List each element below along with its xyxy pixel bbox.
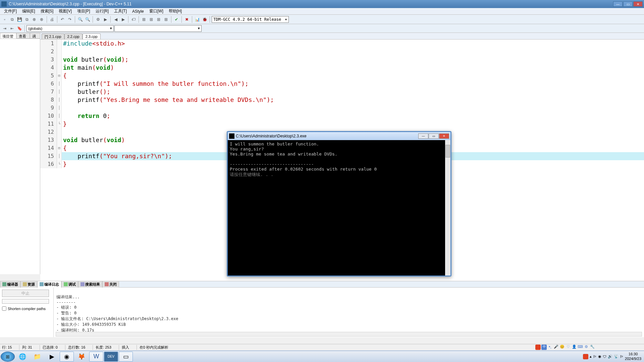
- grid3-icon[interactable]: ⊞: [155, 16, 162, 23]
- tray-punct-icon[interactable]: •,: [547, 345, 553, 350]
- fold-collapse-icon[interactable]: ⊟: [57, 144, 62, 152]
- menu-file[interactable]: 文件[F]: [1, 8, 19, 15]
- tray-volume-icon[interactable]: 🔊: [608, 354, 612, 359]
- new-icon[interactable]: ▫: [1, 16, 8, 23]
- tab-debug[interactable]: 调试: [61, 281, 78, 288]
- menu-astyle[interactable]: AStyle: [129, 8, 147, 14]
- tray-network-icon[interactable]: 📡: [614, 354, 619, 359]
- menu-window[interactable]: 窗口[W]: [147, 8, 166, 15]
- tray-mic-icon[interactable]: 🎤: [553, 345, 559, 350]
- menu-run[interactable]: 运行[R]: [93, 8, 111, 15]
- tray-heart-icon[interactable]: ♡: [566, 345, 571, 350]
- menu-help[interactable]: 帮助[H]: [166, 8, 184, 15]
- tray-user-icon[interactable]: 👤: [572, 345, 577, 350]
- close-button[interactable]: ✕: [633, 1, 643, 7]
- abort-button[interactable]: 中止: [2, 290, 49, 297]
- forward-icon[interactable]: ▶: [120, 16, 126, 23]
- line-number: 9: [40, 104, 57, 112]
- check-icon[interactable]: ✔: [173, 16, 180, 23]
- symbol-select[interactable]: [114, 25, 202, 32]
- close-file-icon[interactable]: ⊗: [31, 16, 38, 23]
- tab-close[interactable]: 关闭: [102, 281, 119, 288]
- scrollbar-thumb[interactable]: [445, 145, 450, 158]
- compile-sep: --------: [56, 300, 76, 305]
- replace-icon[interactable]: 🔍: [84, 16, 91, 23]
- shorten-paths-checkbox[interactable]: [2, 306, 6, 311]
- grid1-icon[interactable]: ⊞: [141, 16, 147, 23]
- tab-search-results-label: 搜索结果: [85, 282, 100, 287]
- tab-file-22[interactable]: 2.2.cpp: [64, 34, 83, 39]
- console-scrollbar[interactable]: [445, 140, 450, 276]
- open-icon[interactable]: ⧉: [9, 16, 15, 23]
- horizontal-scrollbar[interactable]: [56, 332, 642, 337]
- saveall-icon[interactable]: ⧉: [23, 16, 30, 23]
- tray-lang-icon[interactable]: 中: [541, 345, 547, 350]
- grid2-icon[interactable]: ⊞: [148, 16, 155, 23]
- tray-flag2-icon[interactable]: 🏳: [620, 355, 624, 359]
- compile-icon[interactable]: ⚙: [95, 16, 101, 23]
- tray-sogou-icon[interactable]: [583, 354, 588, 359]
- tray-emoji-icon[interactable]: 😊: [559, 345, 565, 350]
- grid4-icon[interactable]: ⊞: [163, 16, 169, 23]
- tray-chrome-icon[interactable]: ◉: [598, 354, 601, 359]
- tab-project-mgmt[interactable]: 项目管理: [0, 33, 16, 39]
- compiler-select[interactable]: TDM-GCC 4.9.2 64-bit Release: [212, 16, 289, 23]
- tray-up-icon[interactable]: ▴: [590, 354, 592, 359]
- taskbar-devcpp-icon[interactable]: DEV: [104, 352, 118, 362]
- taskbar-firefox-icon[interactable]: 🦊: [74, 352, 89, 362]
- profile-icon[interactable]: 📊: [194, 16, 201, 23]
- menu-project[interactable]: 项目[P]: [74, 8, 93, 15]
- console-minimize-button[interactable]: —: [418, 133, 428, 139]
- maximize-button[interactable]: ▭: [623, 1, 633, 7]
- taskbar-clock[interactable]: 16:30 2024/9/23: [625, 352, 641, 361]
- console-close-button[interactable]: ✕: [439, 133, 449, 139]
- taskbar-chrome-icon[interactable]: ◉: [60, 352, 74, 362]
- status-row: 行: 15: [2, 345, 12, 350]
- ime-icon[interactable]: [535, 345, 541, 350]
- goto1-icon[interactable]: ⇥: [1, 25, 8, 32]
- print-icon[interactable]: 🖨: [49, 16, 55, 23]
- tab-debug[interactable]: 调试: [30, 33, 40, 39]
- menu-view[interactable]: 视图[V]: [56, 8, 74, 15]
- tray-flag-icon[interactable]: 🏳: [593, 355, 597, 359]
- tray-wrench-icon[interactable]: 🔧: [590, 345, 595, 350]
- menu-edit[interactable]: 编辑[E]: [19, 8, 38, 15]
- console-title-bar[interactable]: C:\Users\Administrator\Desktop\2.3.exe —…: [228, 132, 450, 140]
- tab-file-21[interactable]: [*] 2.1.cpp: [42, 34, 64, 39]
- tab-resource[interactable]: 资源: [20, 281, 37, 288]
- minimize-button[interactable]: —: [613, 1, 623, 7]
- bookmark-icon[interactable]: 🏷: [130, 16, 137, 23]
- console-output[interactable]: I will summon the butler function. You r…: [228, 140, 450, 276]
- taskbar-ie-icon[interactable]: 🌐: [15, 352, 30, 362]
- tab-search-results[interactable]: 搜索结果: [78, 281, 102, 288]
- menu-tools[interactable]: 工具[T]: [111, 8, 129, 15]
- console-window: C:\Users\Administrator\Desktop\2.3.exe —…: [227, 131, 451, 277]
- tab-view-class[interactable]: 查看类: [16, 33, 30, 39]
- save-icon[interactable]: 💾: [16, 16, 23, 23]
- bookmark2-icon[interactable]: 🔖: [16, 25, 23, 32]
- tab-compiler[interactable]: 编译器: [0, 281, 20, 288]
- fold-collapse-icon[interactable]: ⊟: [57, 72, 62, 80]
- globals-select[interactable]: (globals): [26, 25, 114, 32]
- delete-icon[interactable]: ✖: [183, 16, 190, 23]
- find-icon[interactable]: 🔍: [77, 16, 84, 23]
- taskbar-word-icon[interactable]: W: [89, 352, 103, 362]
- debug-icon[interactable]: 🐞: [201, 16, 208, 23]
- closeall-icon[interactable]: ⊗: [38, 16, 45, 23]
- back-icon[interactable]: ◀: [112, 16, 119, 23]
- goto2-icon[interactable]: ⇤: [9, 25, 15, 32]
- tab-compile-log[interactable]: 编译日志: [37, 281, 61, 288]
- console-maximize-button[interactable]: ▭: [429, 133, 439, 139]
- taskbar-console-icon[interactable]: ▭: [119, 352, 133, 362]
- undo-icon[interactable]: ↶: [59, 16, 66, 23]
- taskbar-explorer-icon[interactable]: 📁: [30, 352, 44, 362]
- tray-security-icon[interactable]: 🛡: [603, 355, 606, 359]
- menu-search[interactable]: 搜索[S]: [38, 8, 56, 15]
- run-icon[interactable]: ▶: [102, 16, 109, 23]
- tab-file-23[interactable]: 2.3.cpp: [83, 34, 101, 39]
- tray-keyboard-icon[interactable]: ⌨: [578, 345, 583, 350]
- redo-icon[interactable]: ↷: [66, 16, 73, 23]
- tray-gear-icon[interactable]: ⚙: [584, 345, 589, 350]
- start-button[interactable]: ⊞: [1, 352, 15, 362]
- taskbar-media-icon[interactable]: ▶: [45, 352, 59, 362]
